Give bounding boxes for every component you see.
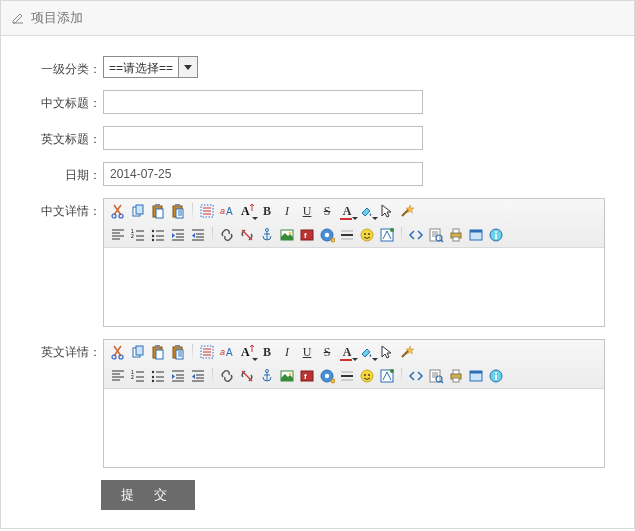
editor-en: aA A B I U S A 12 [103, 339, 605, 468]
print-icon[interactable] [448, 227, 464, 243]
svg-point-41 [495, 231, 497, 233]
clear-format-icon[interactable]: aA [219, 203, 235, 219]
svg-text:f: f [304, 372, 307, 381]
strikethrough-button[interactable]: S [319, 344, 335, 360]
svg-point-59 [152, 376, 154, 378]
separator-icon [212, 368, 213, 384]
unordered-list-icon[interactable] [150, 227, 166, 243]
ordered-list-icon[interactable]: 12 [130, 368, 146, 384]
cut-icon[interactable] [110, 203, 126, 219]
label-title-cn: 中文标题： [21, 90, 103, 112]
underline-button[interactable]: U [299, 203, 315, 219]
back-color-icon[interactable] [359, 203, 375, 219]
category-select[interactable]: ==请选择== [103, 56, 198, 78]
separator-icon [401, 368, 402, 384]
paste-text-icon[interactable] [170, 344, 186, 360]
source-icon[interactable] [408, 368, 424, 384]
bold-button[interactable]: B [259, 344, 275, 360]
hr-icon[interactable] [339, 368, 355, 384]
svg-text:A: A [241, 204, 250, 218]
image-icon[interactable] [279, 368, 295, 384]
svg-rect-3 [136, 205, 143, 214]
special-char-icon[interactable] [379, 368, 395, 384]
fullscreen-icon[interactable] [468, 368, 484, 384]
title-en-input[interactable] [103, 126, 423, 150]
emoji-icon[interactable] [359, 227, 375, 243]
align-left-icon[interactable] [110, 227, 126, 243]
svg-rect-5 [155, 204, 160, 207]
svg-rect-6 [156, 209, 163, 218]
align-left-icon[interactable] [110, 368, 126, 384]
outdent-icon[interactable] [190, 227, 206, 243]
svg-rect-47 [155, 345, 160, 348]
link-icon[interactable] [219, 227, 235, 243]
svg-rect-48 [156, 350, 163, 359]
editor-cn: aA A B I U S A 12 [103, 198, 605, 327]
source-icon[interactable] [408, 227, 424, 243]
about-icon[interactable] [488, 227, 504, 243]
font-color-icon[interactable]: A [339, 344, 355, 360]
fullscreen-icon[interactable] [468, 227, 484, 243]
anchor-icon[interactable] [259, 227, 275, 243]
emoji-icon[interactable] [359, 368, 375, 384]
svg-text:a: a [220, 347, 225, 357]
media-icon[interactable] [319, 368, 335, 384]
indent-icon[interactable] [170, 368, 186, 384]
font-icon[interactable]: A [239, 203, 255, 219]
anchor-icon[interactable] [259, 368, 275, 384]
preview-icon[interactable] [428, 368, 444, 384]
image-icon[interactable] [279, 227, 295, 243]
svg-rect-40 [495, 234, 497, 239]
wand-icon[interactable] [399, 203, 415, 219]
media-icon[interactable] [319, 227, 335, 243]
paste-icon[interactable] [150, 203, 166, 219]
hr-icon[interactable] [339, 227, 355, 243]
preview-icon[interactable] [428, 227, 444, 243]
italic-button[interactable]: I [279, 203, 295, 219]
cursor-icon[interactable] [379, 344, 395, 360]
date-input[interactable] [103, 162, 423, 186]
italic-button[interactable]: I [279, 344, 295, 360]
flash-icon[interactable]: f [299, 227, 315, 243]
font-color-icon[interactable]: A [339, 203, 355, 219]
svg-rect-78 [453, 378, 459, 382]
paste-text-icon[interactable] [170, 203, 186, 219]
link-icon[interactable] [219, 368, 235, 384]
svg-text:a: a [220, 206, 225, 216]
title-cn-input[interactable] [103, 90, 423, 114]
row-detail-en: 英文详情： aA A B I U S [21, 339, 614, 468]
print-icon[interactable] [448, 368, 464, 384]
svg-point-18 [152, 239, 154, 241]
unordered-list-icon[interactable] [150, 368, 166, 384]
unlink-icon[interactable] [239, 227, 255, 243]
about-icon[interactable] [488, 368, 504, 384]
paste-icon[interactable] [150, 344, 166, 360]
clear-format-icon[interactable]: aA [219, 344, 235, 360]
select-all-icon[interactable] [199, 344, 215, 360]
font-icon[interactable]: A [239, 344, 255, 360]
submit-button[interactable]: 提 交 [101, 480, 195, 510]
bold-button[interactable]: B [259, 203, 275, 219]
indent-icon[interactable] [170, 227, 186, 243]
svg-text:f: f [304, 231, 307, 240]
strikethrough-button[interactable]: S [319, 203, 335, 219]
svg-point-26 [331, 238, 335, 242]
svg-text:A: A [226, 347, 233, 358]
copy-icon[interactable] [130, 203, 146, 219]
select-all-icon[interactable] [199, 203, 215, 219]
svg-point-69 [361, 370, 373, 382]
flash-icon[interactable]: f [299, 368, 315, 384]
copy-icon[interactable] [130, 344, 146, 360]
editor-cn-body[interactable] [104, 248, 604, 326]
category-select-value: ==请选择== [104, 57, 178, 77]
unlink-icon[interactable] [239, 368, 255, 384]
editor-en-body[interactable] [104, 389, 604, 467]
special-char-icon[interactable] [379, 227, 395, 243]
outdent-icon[interactable] [190, 368, 206, 384]
back-color-icon[interactable] [359, 344, 375, 360]
wand-icon[interactable] [399, 344, 415, 360]
underline-button[interactable]: U [299, 344, 315, 360]
ordered-list-icon[interactable]: 12 [130, 227, 146, 243]
cut-icon[interactable] [110, 344, 126, 360]
cursor-icon[interactable] [379, 203, 395, 219]
